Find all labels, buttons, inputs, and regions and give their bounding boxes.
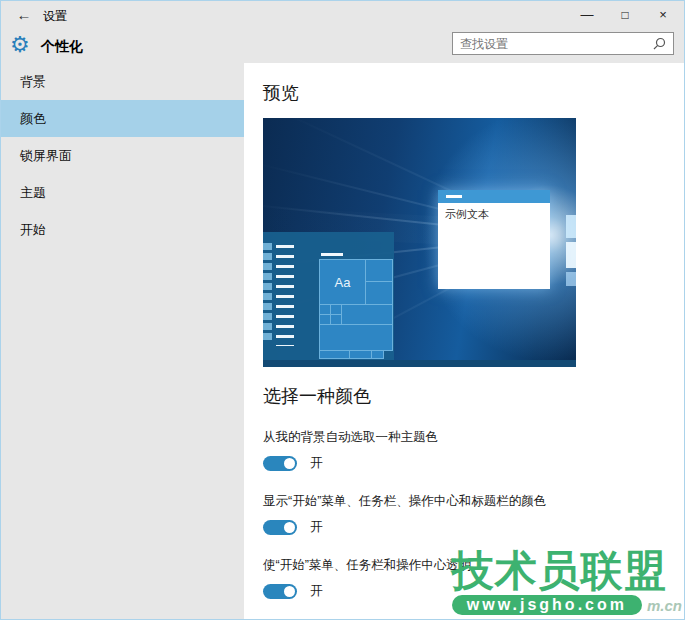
windows-logo-pane <box>566 272 576 286</box>
sidebar-item-background[interactable]: 背景 <box>1 63 244 100</box>
search-icon[interactable] <box>653 37 666 50</box>
toggle-knob <box>284 522 295 533</box>
windows-logo-pane <box>566 242 576 268</box>
toggle-state-label: 开 <box>310 455 323 472</box>
watermark-url-row: www.jsgho.com m.cn <box>452 595 682 615</box>
maximize-icon[interactable]: □ <box>606 2 644 27</box>
watermark-name: 技术员联盟 <box>452 550 682 592</box>
search-box[interactable] <box>452 32 674 55</box>
preview-start-menu: Aa <box>263 232 394 360</box>
main-content: 预览 Aa <box>244 63 684 619</box>
search-input[interactable] <box>453 37 653 51</box>
tile <box>319 350 350 359</box>
tile-group-title-placeholder <box>321 253 343 256</box>
toggle-knob <box>284 586 295 597</box>
sample-window-text: 示例文本 <box>438 203 550 226</box>
transparency-toggle[interactable] <box>263 584 297 599</box>
watermark: 技术员联盟 www.jsgho.com m.cn <box>452 550 682 615</box>
preview-sample-window: 示例文本 <box>438 190 550 289</box>
accent-sample-tile: Aa <box>319 259 366 305</box>
toggle-state-label: 开 <box>310 583 323 600</box>
tile <box>341 304 393 325</box>
start-menu-tile-group: Aa <box>319 253 393 359</box>
sidebar-item-themes[interactable]: 主题 <box>1 174 244 211</box>
settings-window: ← 设置 — □ × ⚙ 个性化 背景 颜色 锁屏界面 主题 开始 <box>0 0 685 620</box>
auto-accent-toggle[interactable] <box>263 456 297 471</box>
windows-logo-pane <box>566 215 576 238</box>
start-menu-mini-tiles <box>263 243 272 343</box>
sidebar: 背景 颜色 锁屏界面 主题 开始 <box>1 63 244 619</box>
sample-window-title-placeholder <box>446 195 462 198</box>
watermark-url: www.jsgho.com <box>452 595 642 615</box>
toggle-knob <box>284 458 295 469</box>
show-color-toggle[interactable] <box>263 520 297 535</box>
choose-color-heading: 选择一种颜色 <box>263 367 684 408</box>
close-icon[interactable]: × <box>644 2 682 27</box>
watermark-suffix: m.cn <box>647 597 682 614</box>
back-icon[interactable]: ← <box>11 4 37 26</box>
show-color-label: 显示“开始”菜单、任务栏、操作中心和标题栏的颜色 <box>263 493 684 510</box>
titlebar: ← 设置 — □ × <box>1 1 684 29</box>
start-menu-item-placeholders <box>276 245 294 346</box>
preview-taskbar <box>263 360 576 367</box>
auto-accent-label: 从我的背景自动选取一种主题色 <box>263 429 684 446</box>
preview-image: Aa 示例文本 <box>263 118 576 367</box>
sidebar-item-lockscreen[interactable]: 锁屏界面 <box>1 137 244 174</box>
sidebar-item-start[interactable]: 开始 <box>1 211 244 248</box>
auto-accent-row: 开 <box>263 455 684 472</box>
minimize-icon[interactable]: — <box>568 2 606 27</box>
gear-icon: ⚙ <box>10 30 30 60</box>
tile <box>319 324 393 351</box>
tile <box>365 281 393 305</box>
window-title: 设置 <box>43 8 67 25</box>
page-title: 个性化 <box>41 38 83 56</box>
tile <box>365 259 393 282</box>
window-controls: — □ × <box>568 2 682 27</box>
sidebar-item-colors[interactable]: 颜色 <box>1 100 244 137</box>
tile <box>349 350 372 359</box>
toggle-state-label: 开 <box>310 519 323 536</box>
sample-window-titlebar <box>438 190 550 203</box>
tile <box>371 350 384 359</box>
show-color-row: 开 <box>263 519 684 536</box>
app-header: ⚙ 个性化 <box>1 29 684 63</box>
preview-heading: 预览 <box>263 63 684 105</box>
